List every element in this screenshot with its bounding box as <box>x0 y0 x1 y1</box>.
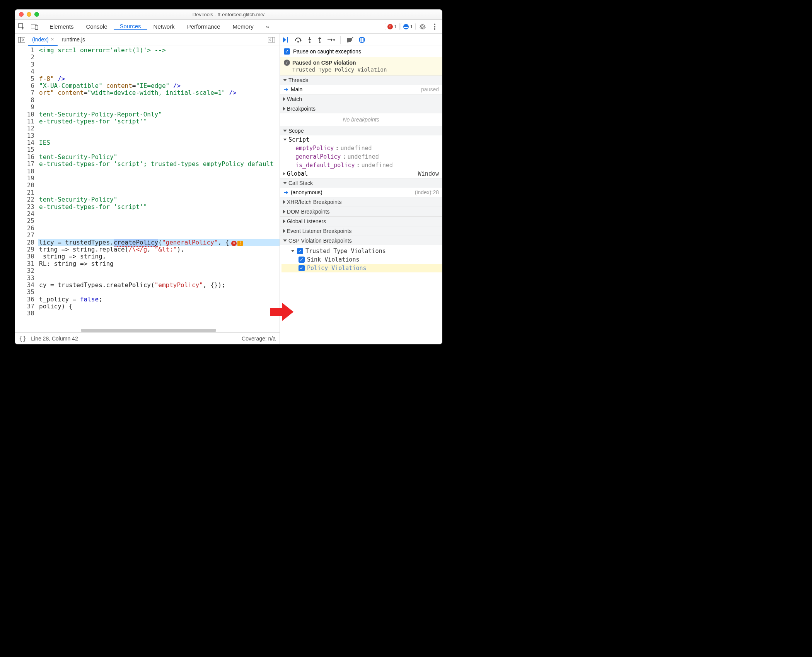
svg-point-13 <box>309 41 310 43</box>
svg-rect-20 <box>360 38 362 42</box>
more-menu-icon[interactable] <box>429 24 440 30</box>
cursor-position: Line 28, Column 42 <box>31 335 78 342</box>
step-out-icon[interactable] <box>317 37 322 43</box>
breakpoints-section-header[interactable]: Breakpoints <box>280 104 442 113</box>
close-window-button[interactable] <box>19 12 24 17</box>
line-number-gutter[interactable]: 1234567891011121314151617181920212223242… <box>15 46 38 328</box>
traffic-lights <box>19 12 39 17</box>
callstack-section-header[interactable]: Call Stack <box>280 178 442 188</box>
coverage-info: Coverage: n/a <box>242 335 276 342</box>
svg-rect-21 <box>362 38 363 42</box>
svg-rect-6 <box>18 37 25 43</box>
scope-variable-row[interactable]: is_default_policy: undefined <box>280 161 442 169</box>
svg-rect-10 <box>287 37 288 43</box>
toggle-debugger-icon[interactable] <box>265 34 278 46</box>
current-thread-pointer-icon: ➔ <box>284 86 288 92</box>
callstack-frame[interactable]: ➔ (anonymous) (index):28 <box>280 188 442 197</box>
no-breakpoints-label: No breakpoints <box>280 113 442 126</box>
scope-variable-row[interactable]: generalPolicy: undefined <box>280 152 442 161</box>
inspect-element-icon[interactable] <box>15 23 28 30</box>
settings-icon[interactable] <box>416 23 428 30</box>
dom-breakpoints-header[interactable]: DOM Breakpoints <box>280 207 442 216</box>
pause-on-exceptions-icon[interactable] <box>358 36 365 43</box>
scope-section-header[interactable]: Scope <box>280 126 442 135</box>
issue-icon: ▬ <box>403 24 409 29</box>
svg-point-5 <box>434 28 435 30</box>
csp-violation-breakpoints-header[interactable]: CSP Violation Breakpoints <box>280 236 442 245</box>
error-count-chip[interactable]: ×1 <box>385 23 400 30</box>
svg-point-11 <box>297 41 299 43</box>
step-over-icon[interactable] <box>295 37 302 43</box>
editor-pane: (index)×runtime.js 123456789101112131415… <box>15 34 280 344</box>
current-frame-pointer-icon: ➔ <box>284 189 288 195</box>
deactivate-breakpoints-icon[interactable] <box>346 37 354 43</box>
main-toolbar: ElementsConsoleSourcesNetworkPerformance… <box>15 20 442 34</box>
pause-on-caught-row[interactable]: ✓ Pause on caught exceptions <box>280 46 442 57</box>
zoom-window-button[interactable] <box>34 12 39 17</box>
minimize-window-button[interactable] <box>27 12 31 17</box>
code-editor[interactable]: 1234567891011121314151617181920212223242… <box>15 46 280 328</box>
devtools-window: DevTools - tt-enforced.glitch.me/ Elemen… <box>15 9 442 344</box>
threads-section-header[interactable]: Threads <box>280 75 442 85</box>
toggle-navigator-icon[interactable] <box>15 34 28 46</box>
csp-sink-violations-row[interactable]: ✓ Sink Violations <box>281 255 442 264</box>
close-tab-icon[interactable]: × <box>51 36 54 42</box>
tab-performance[interactable]: Performance <box>181 23 227 30</box>
thread-row-main[interactable]: ➔ Main paused <box>280 85 442 94</box>
file-tab[interactable]: runtime.js <box>58 34 89 46</box>
svg-rect-2 <box>35 25 38 29</box>
window-title: DevTools - tt-enforced.glitch.me/ <box>193 12 264 17</box>
tabs-overflow[interactable]: » <box>260 23 275 30</box>
checkbox-checked-icon[interactable]: ✓ <box>284 48 290 55</box>
scope-variable-row[interactable]: emptyPolicy: undefined <box>280 144 442 152</box>
svg-point-4 <box>434 26 435 27</box>
debugger-toolbar <box>280 34 442 46</box>
code-content[interactable]: <img src=1 onerror='alert(1)'> --> f-8" … <box>38 46 280 328</box>
csp-trusted-type-row[interactable]: ✓ Trusted Type Violations <box>281 247 442 255</box>
window-titlebar: DevTools - tt-enforced.glitch.me/ <box>15 10 442 20</box>
resume-icon[interactable] <box>282 37 290 43</box>
svg-point-19 <box>359 37 365 43</box>
global-listeners-header[interactable]: Global Listeners <box>280 217 442 226</box>
paused-banner: iPaused on CSP violation Trusted Type Po… <box>280 57 442 75</box>
watch-section-header[interactable]: Watch <box>280 94 442 104</box>
red-arrow-annotation <box>270 303 293 321</box>
svg-rect-8 <box>268 37 275 43</box>
tab-console[interactable]: Console <box>80 23 114 30</box>
issue-count-chip[interactable]: ▬1 <box>401 23 416 30</box>
svg-point-15 <box>319 41 321 43</box>
file-tab-bar: (index)×runtime.js <box>15 34 280 46</box>
info-icon: i <box>284 60 290 66</box>
checkbox-checked-icon[interactable]: ✓ <box>299 257 305 263</box>
event-listener-breakpoints-header[interactable]: Event Listener Breakpoints <box>280 226 442 236</box>
pause-on-caught-label: Pause on caught exceptions <box>293 48 361 55</box>
step-into-icon[interactable] <box>307 37 312 43</box>
horizontal-scrollbar[interactable] <box>15 328 280 332</box>
scope-global-row[interactable]: GlobalWindow <box>280 169 442 178</box>
tab-elements[interactable]: Elements <box>43 23 80 30</box>
svg-point-17 <box>333 39 335 41</box>
error-icon: × <box>387 24 393 29</box>
pretty-print-icon[interactable]: {} <box>19 335 26 342</box>
step-icon[interactable] <box>327 37 335 43</box>
tab-network[interactable]: Network <box>147 23 181 30</box>
tab-memory[interactable]: Memory <box>227 23 260 30</box>
device-toolbar-icon[interactable] <box>28 24 41 30</box>
tab-sources[interactable]: Sources <box>114 23 147 30</box>
file-tab[interactable]: (index)× <box>28 34 58 46</box>
xhr-breakpoints-header[interactable]: XHR/fetch Breakpoints <box>280 197 442 207</box>
editor-status-bar: {} Line 28, Column 42 Coverage: n/a <box>15 332 280 344</box>
checkbox-checked-icon[interactable]: ✓ <box>299 265 305 271</box>
csp-policy-violations-row[interactable]: ✓ Policy Violations <box>281 264 442 272</box>
debugger-sidebar: ✓ Pause on caught exceptions iPaused on … <box>280 34 442 344</box>
svg-point-3 <box>434 24 435 25</box>
checkbox-checked-icon[interactable]: ✓ <box>297 248 303 254</box>
